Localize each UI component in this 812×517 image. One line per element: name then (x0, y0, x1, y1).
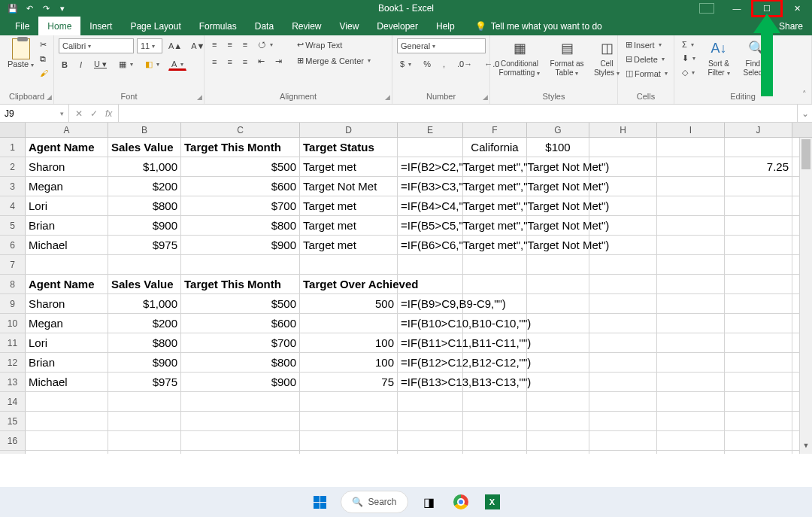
align-bottom-icon[interactable]: ≡ (240, 38, 250, 50)
cell-A12[interactable]: Brian (26, 353, 108, 372)
cell-C14[interactable] (181, 392, 300, 411)
cell-E3[interactable]: =IF(B3>C3,"Target met","Target Not Met") (398, 177, 463, 196)
cell-B11[interactable]: $800 (108, 333, 181, 352)
row-header[interactable]: 17 (0, 451, 26, 454)
clear-icon[interactable]: ◇ (679, 66, 698, 79)
cell-F1[interactable]: California (463, 138, 527, 157)
borders-icon[interactable]: ▦ (116, 58, 136, 71)
tab-home[interactable]: Home (38, 17, 80, 35)
insert-cells-button[interactable]: ⊞ Insert (623, 38, 665, 51)
cell-B16[interactable] (108, 431, 181, 450)
cell-G14[interactable] (527, 392, 589, 411)
select-all-button[interactable] (0, 123, 26, 137)
scroll-thumb[interactable] (801, 139, 810, 169)
find-select-button[interactable]: 🔍Find & Select (739, 38, 774, 79)
cell-E7[interactable] (398, 255, 463, 274)
conditional-formatting-button[interactable]: ▦Conditional Formatting (495, 38, 544, 79)
cell-J3[interactable] (725, 177, 792, 196)
row-header[interactable]: 7 (0, 255, 26, 274)
cell-B14[interactable] (108, 392, 181, 411)
cell-I11[interactable] (657, 333, 725, 352)
cell-B9[interactable]: $1,000 (108, 294, 181, 313)
ribbon-display-options-icon[interactable] (699, 3, 714, 14)
row-header[interactable]: 10 (0, 314, 26, 333)
cell-F15[interactable] (463, 412, 527, 430)
fx-icon[interactable]: fx (105, 108, 112, 119)
cell-C16[interactable] (181, 431, 300, 450)
cell-B2[interactable]: $1,000 (108, 157, 181, 176)
cell-I9[interactable] (657, 294, 725, 313)
increase-decimal-icon[interactable]: .0→ (454, 58, 475, 70)
cell-D12[interactable]: 100 (300, 353, 398, 372)
cell-B7[interactable] (108, 255, 181, 274)
cell-C17[interactable] (181, 451, 300, 454)
cell-J15[interactable] (725, 412, 792, 430)
cell-B3[interactable]: $200 (108, 177, 181, 196)
delete-cells-button[interactable]: ⊟ Delete (623, 53, 668, 65)
row-header[interactable]: 4 (0, 196, 26, 215)
cell-H7[interactable] (589, 255, 657, 274)
autosum-icon[interactable]: Σ (679, 38, 698, 50)
cell-B12[interactable]: $900 (108, 353, 181, 372)
cell-G16[interactable] (527, 431, 589, 450)
cell-H17[interactable] (589, 451, 657, 454)
share-button[interactable]: 👤 Share (764, 17, 812, 35)
cell-C8[interactable]: Target This Month (181, 275, 300, 293)
font-size-select[interactable]: 11 (137, 38, 162, 53)
cell-H1[interactable] (589, 138, 657, 157)
cell-F16[interactable] (463, 431, 527, 450)
row-header[interactable]: 12 (0, 353, 26, 372)
accounting-format-icon[interactable]: $ (397, 58, 414, 70)
cell-A15[interactable] (26, 412, 108, 430)
cell-G17[interactable] (527, 451, 589, 454)
cell-E13[interactable]: =IF(B13>C13,B13-C13,"") (398, 373, 463, 391)
cell-G1[interactable]: $100 (527, 138, 589, 157)
cell-A7[interactable] (26, 255, 108, 274)
taskbar-search[interactable]: 🔍Search (341, 491, 408, 513)
cell-J7[interactable] (725, 255, 792, 274)
column-header-D[interactable]: D (300, 123, 398, 137)
save-icon[interactable]: 💾 (8, 3, 18, 14)
cell-A4[interactable]: Lori (26, 196, 108, 215)
cell-I12[interactable] (657, 353, 725, 372)
cell-E6[interactable]: =IF(B6>C6,"Target met","Target Not Met") (398, 236, 463, 254)
row-header[interactable]: 9 (0, 294, 26, 313)
cell-I16[interactable] (657, 431, 725, 450)
cell-J14[interactable] (725, 392, 792, 411)
alignment-dialog-launcher-icon[interactable]: ◢ (385, 93, 390, 101)
cell-H15[interactable] (589, 412, 657, 430)
close-button[interactable]: ✕ (782, 0, 812, 17)
align-top-icon[interactable]: ≡ (209, 38, 220, 50)
cell-D15[interactable] (300, 412, 398, 430)
cell-F8[interactable] (463, 275, 527, 293)
cell-I1[interactable] (657, 138, 725, 157)
excel-app-icon[interactable]: X (482, 491, 503, 512)
cell-J2[interactable]: 7.25 (725, 157, 792, 176)
cell-G7[interactable] (527, 255, 589, 274)
cell-I17[interactable] (657, 451, 725, 454)
row-header[interactable]: 1 (0, 138, 26, 157)
qat-customize-icon[interactable]: ▾ (57, 3, 68, 14)
row-header[interactable]: 6 (0, 236, 26, 254)
undo-icon[interactable]: ↶ (24, 3, 35, 14)
cell-E17[interactable] (398, 451, 463, 454)
cell-I8[interactable] (657, 275, 725, 293)
column-header-I[interactable]: I (657, 123, 725, 137)
cell-B13[interactable]: $975 (108, 373, 181, 391)
decrease-indent-icon[interactable]: ⇤ (255, 55, 268, 68)
cell-C15[interactable] (181, 412, 300, 430)
cell-C3[interactable]: $600 (181, 177, 300, 196)
minimize-button[interactable]: — (722, 0, 752, 17)
cell-I14[interactable] (657, 392, 725, 411)
tab-file[interactable]: File (6, 17, 38, 35)
row-header[interactable]: 2 (0, 157, 26, 176)
name-box[interactable]: J9 (0, 105, 69, 122)
formula-input[interactable] (119, 105, 797, 122)
cell-D5[interactable]: Target met (300, 216, 398, 235)
tab-help[interactable]: Help (427, 17, 464, 35)
row-header[interactable]: 14 (0, 392, 26, 411)
vertical-scrollbar[interactable]: ▲ ▼ (799, 138, 812, 454)
format-painter-icon[interactable]: 🖌 (40, 68, 48, 78)
cell-A1[interactable]: Agent Name (26, 138, 108, 157)
grow-font-icon[interactable]: A▲ (165, 40, 185, 52)
